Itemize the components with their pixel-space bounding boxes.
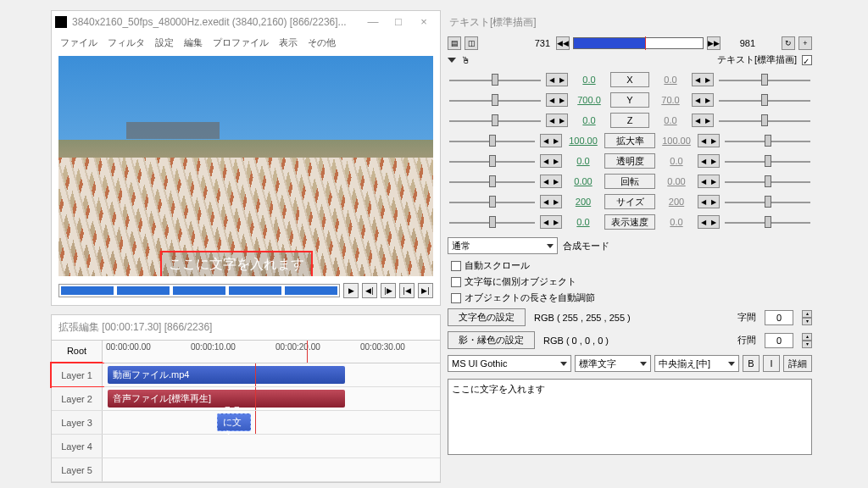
menu-profile[interactable]: プロファイル xyxy=(213,36,269,49)
param-spin-right[interactable]: ◀▶ xyxy=(698,195,720,208)
param-slider-right[interactable] xyxy=(723,216,812,228)
effect-enabled-checkbox[interactable] xyxy=(802,55,812,65)
reload-icon[interactable]: ↻ xyxy=(782,36,795,50)
param-spin-left[interactable]: ◀▶ xyxy=(540,154,562,168)
param-spin-right[interactable]: ◀▶ xyxy=(698,154,720,168)
param-spin-right[interactable]: ◀▶ xyxy=(698,215,720,229)
font-select[interactable]: MS UI Gothic xyxy=(448,355,571,372)
step-back-button[interactable]: ◀| xyxy=(362,283,377,298)
param-spin-left[interactable]: ◀▶ xyxy=(540,195,562,208)
param-value-left[interactable]: 0.0 xyxy=(565,156,601,166)
param-value-right[interactable]: 0.00 xyxy=(659,176,694,186)
param-value-left[interactable]: 0.0 xyxy=(571,115,607,125)
param-name-button[interactable]: Z xyxy=(610,113,649,128)
param-value-left[interactable]: 0.0 xyxy=(571,75,607,85)
layer-track[interactable]: 動画ファイル.mp4 xyxy=(103,363,440,386)
param-spin-left[interactable]: ◀▶ xyxy=(540,134,562,147)
param-value-right[interactable]: 70.0 xyxy=(653,95,688,105)
param-name-button[interactable]: 回転 xyxy=(604,174,655,189)
param-slider-right[interactable] xyxy=(717,74,812,86)
param-spin-right[interactable]: ◀▶ xyxy=(692,93,714,107)
param-slider-left[interactable] xyxy=(448,216,537,228)
param-value-right[interactable]: 0.0 xyxy=(653,115,688,125)
param-spin-left[interactable]: ◀▶ xyxy=(546,114,568,127)
param-slider-left[interactable] xyxy=(448,135,537,147)
param-slider-right[interactable] xyxy=(723,155,812,167)
param-value-left[interactable]: 0.0 xyxy=(565,217,601,227)
param-slider-left[interactable] xyxy=(448,94,542,106)
param-slider-left[interactable] xyxy=(448,175,537,187)
param-slider-left[interactable] xyxy=(448,74,542,86)
timeline-clip[interactable]: 動画ファイル.mp4 xyxy=(108,366,345,384)
frame-range[interactable] xyxy=(573,37,704,49)
layer-label[interactable]: Layer 1 xyxy=(52,363,103,386)
menu-file[interactable]: ファイル xyxy=(60,36,97,49)
minimize-button[interactable]: — xyxy=(360,11,386,33)
playhead[interactable] xyxy=(307,341,308,363)
param-name-button[interactable]: 表示速度 xyxy=(604,214,655,230)
param-spin-left[interactable]: ◀▶ xyxy=(540,215,562,229)
param-slider-right[interactable] xyxy=(723,175,812,187)
text-color-button[interactable]: 文字色の設定 xyxy=(448,308,526,326)
layer-label[interactable]: Layer 2 xyxy=(52,387,103,410)
detail-button[interactable]: 詳細 xyxy=(783,355,812,372)
blend-mode-select[interactable]: 通常 xyxy=(448,237,558,254)
menu-view[interactable]: 表示 xyxy=(279,36,298,49)
param-value-right[interactable]: 200 xyxy=(659,197,694,207)
italic-button[interactable]: I xyxy=(763,355,780,372)
param-value-left[interactable]: 0.00 xyxy=(565,176,601,186)
param-spin-right[interactable]: ◀▶ xyxy=(692,73,714,86)
param-slider-right[interactable] xyxy=(717,114,812,126)
param-value-right[interactable]: 0.0 xyxy=(653,75,688,85)
param-slider-left[interactable] xyxy=(448,196,537,208)
param-spin-left[interactable]: ◀▶ xyxy=(540,175,562,188)
layer-track[interactable]: ここに文字 xyxy=(103,411,440,434)
param-value-left[interactable]: 700.0 xyxy=(571,95,607,105)
jump-end-button[interactable]: ▶| xyxy=(418,283,433,298)
video-preview[interactable]: ここに文字を入れます xyxy=(58,56,433,276)
jump-start-button[interactable]: |◀ xyxy=(399,283,415,298)
spacing-spinner[interactable]: ▴▾ xyxy=(802,310,812,325)
weight-select[interactable]: 標準文字 xyxy=(575,355,651,372)
seek-prev-icon[interactable]: ◀◀ xyxy=(556,36,570,50)
titlebar[interactable]: 3840x2160_50fps_48000Hz.exedit (3840,216… xyxy=(52,11,440,33)
play-button[interactable]: ▶ xyxy=(343,283,359,298)
param-value-left[interactable]: 200 xyxy=(565,197,601,207)
layer-label[interactable]: Layer 5 xyxy=(52,458,103,481)
close-button[interactable]: × xyxy=(411,11,437,33)
param-name-button[interactable]: X xyxy=(610,72,649,87)
layer-label[interactable]: Layer 4 xyxy=(52,435,103,458)
align-select[interactable]: 中央揃え[中] xyxy=(654,355,739,372)
auto-length-checkbox[interactable] xyxy=(451,293,461,303)
layer-track[interactable]: 音声ファイル[標準再生] xyxy=(103,387,440,410)
spacing-input[interactable]: 0 xyxy=(765,310,793,325)
seek-bar[interactable] xyxy=(58,284,340,297)
param-slider-right[interactable] xyxy=(723,196,812,208)
param-spin-right[interactable]: ◀▶ xyxy=(698,175,720,188)
preview-text-overlay[interactable]: ここに文字を入れます xyxy=(160,251,313,276)
menu-filter[interactable]: フィルタ xyxy=(108,36,145,49)
param-name-button[interactable]: Y xyxy=(610,92,649,108)
add-filter-icon[interactable]: + xyxy=(798,36,812,50)
layer-track[interactable] xyxy=(103,435,440,458)
param-slider-right[interactable] xyxy=(723,135,812,147)
menu-settings[interactable]: 設定 xyxy=(155,36,174,49)
param-spin-right[interactable]: ◀▶ xyxy=(698,134,720,147)
timeline-ruler[interactable]: 00:00:00.00 00:00:10.00 00:00:20.00 00:0… xyxy=(103,341,440,363)
shadow-color-button[interactable]: 影・縁色の設定 xyxy=(448,331,535,349)
layer-track[interactable] xyxy=(103,458,440,481)
maximize-button[interactable]: □ xyxy=(386,11,411,33)
layer-label[interactable]: Layer 3 xyxy=(52,411,103,434)
param-name-button[interactable]: 拡大率 xyxy=(604,133,655,148)
bold-button[interactable]: B xyxy=(743,355,760,372)
auto-scroll-checkbox[interactable] xyxy=(451,261,461,271)
filter-icon[interactable]: ▤ xyxy=(448,36,461,50)
param-name-button[interactable]: サイズ xyxy=(604,194,655,209)
param-value-right[interactable]: 0.0 xyxy=(659,156,694,166)
param-slider-left[interactable] xyxy=(448,155,537,167)
param-value-left[interactable]: 100.00 xyxy=(565,136,601,146)
menu-edit[interactable]: 編集 xyxy=(184,36,203,49)
root-button[interactable]: Root xyxy=(52,341,103,363)
param-slider-right[interactable] xyxy=(717,94,812,106)
param-spin-right[interactable]: ◀▶ xyxy=(692,114,714,127)
